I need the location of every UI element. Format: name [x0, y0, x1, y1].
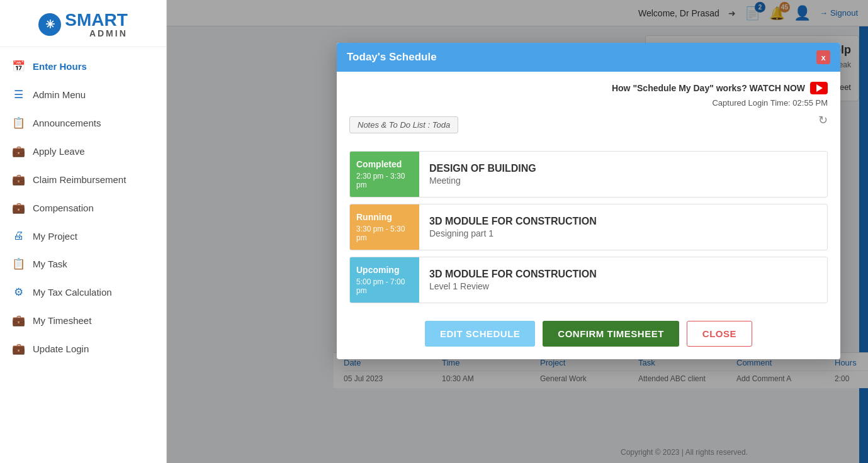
sidebar-item-my-tax-calculation[interactable]: ⚙ My Tax Calculation	[0, 278, 166, 306]
modal-title: Today's Schedule	[347, 51, 437, 64]
modal-body: How "Schedule My Day" works? WATCH NOW C…	[337, 72, 840, 303]
schedule-item-3: Upcoming 5:00 pm - 7:00 pm 3D MODULE FOR…	[349, 257, 828, 303]
youtube-button[interactable]	[810, 82, 828, 94]
login-time: Captured Login Time: 02:55 PM	[349, 98, 828, 108]
sidebar-item-compensation[interactable]: 💼 Compensation	[0, 194, 166, 222]
schedule-info-1: DESIGN OF BUILDING Meeting	[419, 152, 827, 197]
schedule-detail-1: Meeting	[429, 176, 817, 186]
sidebar-item-my-project[interactable]: 🖨 My Project	[0, 222, 166, 250]
sidebar: ✳ SMART ADMIN 📅 Enter Hours ☰ Admin Menu…	[0, 0, 167, 463]
sidebar-item-enter-hours[interactable]: 📅 Enter Hours	[0, 52, 166, 81]
status-label-3: Upcoming	[356, 265, 413, 275]
sidebar-item-label: Update Login	[33, 343, 89, 354]
sidebar-item-update-login[interactable]: 💼 Update Login	[0, 335, 166, 363]
sidebar-item-apply-leave[interactable]: 💼 Apply Leave	[0, 137, 166, 165]
main-area: Welcome, Dr Prasad ➜ 📄 2 🔔 45 👤 → Signou…	[167, 0, 868, 463]
confirm-timesheet-button[interactable]: CONFIRM TIMESHEET	[543, 321, 679, 347]
schedule-info-2: 3D MODULE FOR CONSTRUCTION Designing par…	[419, 204, 827, 250]
sidebar-item-label: My Timesheet	[33, 315, 91, 326]
edit-schedule-button[interactable]: EDIT SCHEDULE	[425, 321, 535, 347]
sidebar-item-claim-reimbursement[interactable]: 💼 Claim Reimbursement	[0, 165, 166, 194]
calendar-icon: 📅	[11, 60, 25, 73]
modal-header: Today's Schedule x	[337, 43, 840, 72]
gear-icon: ⚙	[11, 286, 25, 299]
sidebar-item-label: My Project	[33, 231, 77, 242]
announcement-icon: 📋	[11, 116, 25, 130]
refresh-icon[interactable]: ↻	[818, 113, 828, 127]
sidebar-item-label: My Tax Calculation	[33, 287, 112, 298]
login-icon: 💼	[11, 342, 25, 355]
modal-footer: EDIT SCHEDULE CONFIRM TIMESHEET CLOSE	[337, 310, 840, 359]
logo: ✳ SMART ADMIN	[0, 0, 166, 47]
logo-icon: ✳	[38, 13, 61, 36]
schedule-detail-2: Designing part 1	[429, 228, 817, 238]
sidebar-item-label: Compensation	[33, 203, 94, 213]
schedule-name-2: 3D MODULE FOR CONSTRUCTION	[429, 216, 817, 227]
close-button[interactable]: CLOSE	[687, 321, 752, 347]
status-label-1: Completed	[356, 159, 413, 169]
status-label-2: Running	[356, 212, 413, 222]
status-upcoming: Upcoming 5:00 pm - 7:00 pm	[350, 257, 419, 303]
sidebar-item-label: Claim Reimbursement	[33, 174, 126, 185]
sidebar-item-label: Apply Leave	[33, 146, 85, 157]
modal-close-x-button[interactable]: x	[816, 50, 830, 64]
status-completed: Completed 2:30 pm - 3:30 pm	[350, 152, 419, 197]
sidebar-item-label: Announcements	[33, 118, 101, 128]
sidebar-item-my-timesheet[interactable]: 💼 My Timesheet	[0, 306, 166, 335]
schedule-detail-3: Level 1 Review	[429, 281, 817, 291]
notes-todo-button[interactable]: Notes & To Do List : Toda	[349, 116, 458, 133]
watch-row: How "Schedule My Day" works? WATCH NOW	[349, 82, 828, 94]
schedule-name-1: DESIGN OF BUILDING	[429, 163, 817, 174]
logo-smart: SMART	[65, 11, 128, 29]
status-time-2: 3:30 pm - 5:30 pm	[356, 225, 413, 242]
schedule-item-2: Running 3:30 pm - 5:30 pm 3D MODULE FOR …	[349, 204, 828, 250]
status-time-3: 5:00 pm - 7:00 pm	[356, 277, 413, 295]
briefcase-icon: 💼	[11, 145, 25, 158]
status-running: Running 3:30 pm - 5:30 pm	[350, 204, 419, 250]
briefcase2-icon: 💼	[11, 173, 25, 186]
timesheet-icon: 💼	[11, 314, 25, 327]
todays-schedule-modal: Today's Schedule x How "Schedule My Day"…	[337, 43, 840, 359]
briefcase3-icon: 💼	[11, 201, 25, 215]
sidebar-item-announcements[interactable]: 📋 Announcements	[0, 109, 166, 137]
sidebar-item-label: Enter Hours	[33, 61, 87, 72]
task-icon: 📋	[11, 257, 25, 271]
schedule-item-1: Completed 2:30 pm - 3:30 pm DESIGN OF BU…	[349, 151, 828, 198]
sidebar-item-label: My Task	[33, 259, 67, 269]
watch-label: How "Schedule My Day" works? WATCH NOW	[612, 83, 805, 93]
sidebar-item-label: Admin Menu	[33, 89, 86, 100]
print-icon: 🖨	[11, 230, 25, 242]
sidebar-item-admin-menu[interactable]: ☰ Admin Menu	[0, 81, 166, 109]
sidebar-item-my-task[interactable]: 📋 My Task	[0, 250, 166, 278]
play-icon	[816, 84, 823, 92]
status-time-1: 2:30 pm - 3:30 pm	[356, 172, 413, 189]
schedule-name-3: 3D MODULE FOR CONSTRUCTION	[429, 269, 817, 280]
menu-icon: ☰	[11, 88, 25, 101]
schedule-info-3: 3D MODULE FOR CONSTRUCTION Level 1 Revie…	[419, 257, 827, 303]
logo-text: SMART ADMIN	[65, 11, 128, 38]
sidebar-menu: 📅 Enter Hours ☰ Admin Menu 📋 Announcemen…	[0, 47, 166, 368]
logo-admin: ADMIN	[65, 29, 128, 38]
